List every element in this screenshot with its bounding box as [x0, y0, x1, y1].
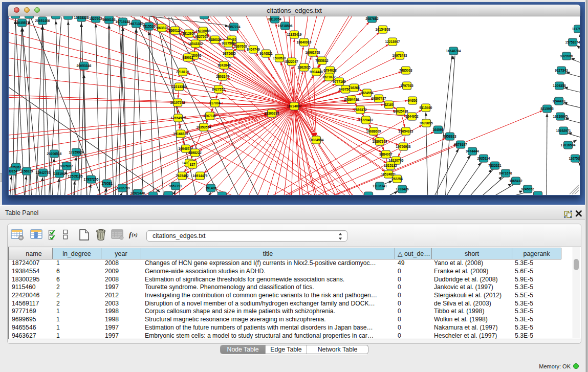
svg-text:8912954: 8912954	[182, 31, 195, 35]
svg-text:9146821: 9146821	[259, 51, 273, 55]
svg-text:7357224: 7357224	[227, 25, 241, 28]
svg-text:7832621: 7832621	[488, 163, 502, 167]
svg-text:1117534: 1117534	[572, 27, 580, 30]
svg-text:8454749: 8454749	[247, 47, 260, 51]
svg-text:15751074: 15751074	[565, 40, 580, 43]
svg-text:20691406: 20691406	[35, 18, 50, 22]
svg-text:327: 327	[190, 162, 195, 166]
svg-text:8813054: 8813054	[268, 17, 281, 20]
svg-text:252254: 252254	[391, 177, 403, 180]
svg-text:18724007: 18724007	[287, 104, 302, 107]
svg-text:18807249: 18807249	[373, 139, 387, 143]
svg-text:19218506: 19218506	[278, 24, 293, 27]
svg-text:16210645: 16210645	[553, 114, 568, 118]
svg-text:3875685: 3875685	[223, 51, 236, 55]
svg-text:14035572: 14035572	[15, 20, 30, 24]
svg-text:10025438: 10025438	[394, 109, 408, 113]
svg-text:1615132: 1615132	[384, 163, 397, 167]
svg-text:1733426: 1733426	[396, 187, 409, 190]
svg-text:15692971: 15692971	[556, 128, 571, 132]
svg-text:12505185: 12505185	[68, 174, 83, 178]
svg-text:7955812: 7955812	[315, 58, 329, 62]
svg-text:145194: 145194	[54, 171, 65, 175]
svg-text:9777169: 9777169	[333, 79, 346, 83]
svg-text:8471676: 8471676	[499, 171, 512, 174]
svg-text:2087682: 2087682	[365, 16, 379, 20]
svg-text:16543382: 16543382	[188, 41, 203, 45]
svg-text:16961758: 16961758	[306, 50, 320, 54]
svg-text:8215955: 8215955	[540, 106, 554, 110]
svg-text:3624554: 3624554	[360, 91, 374, 94]
svg-text:16648784: 16648784	[446, 49, 461, 52]
svg-text:12213967: 12213967	[385, 39, 400, 43]
svg-text:917004: 917004	[209, 101, 221, 104]
svg-text:10807487: 10807487	[372, 96, 386, 100]
svg-text:10719185: 10719185	[116, 19, 130, 23]
svg-text:164095: 164095	[432, 127, 444, 131]
svg-text:1362615: 1362615	[297, 65, 311, 69]
svg-text:1644952: 1644952	[405, 114, 419, 118]
svg-text:18640910: 18640910	[297, 40, 312, 43]
svg-text:16671365: 16671365	[129, 21, 144, 25]
svg-text:12942757: 12942757	[36, 170, 51, 174]
svg-text:7886372: 7886372	[354, 107, 367, 111]
svg-text:1065412: 1065412	[509, 179, 522, 182]
svg-text:2803144: 2803144	[216, 74, 229, 78]
svg-text:7485063: 7485063	[399, 68, 412, 72]
svg-text:1167533: 1167533	[569, 156, 580, 160]
svg-text:16782759: 16782759	[115, 186, 130, 189]
svg-text:10688609: 10688609	[366, 129, 381, 133]
svg-text:1244413: 1244413	[552, 99, 565, 102]
svg-text:7515526: 7515526	[142, 24, 156, 28]
svg-text:17016504: 17016504	[561, 143, 576, 146]
svg-text:9904448: 9904448	[310, 70, 323, 73]
svg-text:2935114: 2935114	[477, 156, 490, 160]
svg-text:17654925: 17654925	[171, 116, 186, 119]
svg-text:18300295: 18300295	[265, 111, 279, 115]
svg-text:12923446: 12923446	[130, 191, 145, 194]
svg-text:6794028: 6794028	[323, 68, 337, 72]
svg-text:17359924: 17359924	[69, 150, 84, 154]
svg-text:9699695: 9699695	[420, 121, 433, 124]
svg-text:2367608: 2367608	[234, 44, 247, 48]
svg-text:1797515: 1797515	[400, 83, 413, 87]
svg-text:16914479: 16914479	[193, 173, 208, 177]
svg-text:9242848: 9242848	[217, 63, 231, 67]
svg-text:11136141: 11136141	[373, 184, 387, 187]
svg-text:1588520: 1588520	[273, 56, 286, 59]
svg-text:179581: 179581	[101, 181, 113, 185]
svg-text:8186328: 8186328	[208, 37, 222, 41]
svg-text:17957255: 17957255	[84, 177, 99, 181]
svg-text:16033809: 16033809	[197, 16, 212, 17]
svg-text:1156829: 1156829	[20, 169, 33, 172]
svg-text:239154: 239154	[9, 169, 17, 172]
svg-text:2718126: 2718126	[176, 70, 189, 73]
svg-text:20364436: 20364436	[344, 97, 359, 101]
svg-text:7663822: 7663822	[155, 26, 168, 29]
svg-text:94656: 94656	[408, 98, 417, 102]
svg-text:746266: 746266	[349, 85, 360, 89]
svg-text:8660124: 8660124	[168, 28, 182, 32]
svg-text:62160: 62160	[384, 102, 394, 106]
svg-text:9329966: 9329966	[560, 54, 573, 57]
svg-text:15226058: 15226058	[196, 29, 211, 32]
svg-text:(x): (x)	[132, 232, 138, 237]
svg-text:9327508: 9327508	[222, 41, 235, 45]
svg-text:9115460: 9115460	[420, 105, 432, 109]
svg-text:16353554: 16353554	[197, 125, 211, 128]
svg-text:9657791: 9657791	[169, 184, 182, 187]
svg-text:10853328: 10853328	[74, 16, 89, 19]
svg-text:12213369: 12213369	[172, 84, 187, 88]
svg-text:19654923: 19654923	[399, 129, 413, 133]
svg-text:3267110: 3267110	[204, 114, 216, 117]
svg-text:8958923: 8958923	[443, 134, 456, 138]
svg-text:6466103: 6466103	[102, 17, 116, 21]
svg-text:9245652: 9245652	[521, 187, 534, 190]
svg-text:9327505: 9327505	[195, 34, 208, 38]
svg-text:20206516: 20206516	[47, 151, 62, 155]
svg-text:15720407: 15720407	[359, 118, 374, 121]
svg-text:6879197: 6879197	[454, 142, 467, 146]
svg-text:8427552: 8427552	[212, 87, 225, 91]
svg-text:151485: 151485	[205, 186, 216, 189]
svg-text:11325419: 11325419	[287, 32, 302, 36]
